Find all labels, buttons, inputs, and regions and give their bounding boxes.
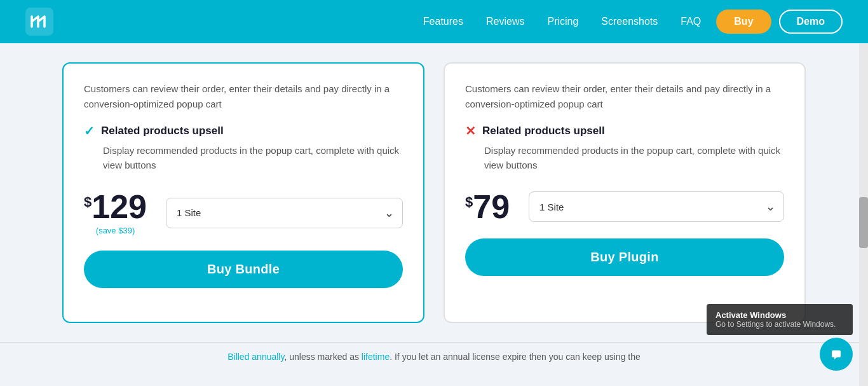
main-content: Customers can review their order, enter …	[0, 43, 868, 342]
logo[interactable]	[25, 8, 53, 36]
bundle-card: Customers can review their order, enter …	[62, 62, 424, 323]
plugin-feature: ✕ Related products upsell Display recomm…	[465, 123, 784, 172]
plugin-price-main: $ 79	[465, 190, 510, 223]
check-icon: ✓	[84, 123, 95, 139]
buy-button[interactable]: Buy	[716, 10, 771, 34]
bundle-price-main: $ 129	[84, 190, 147, 223]
footer-billed: Billed annually	[227, 352, 284, 362]
bundle-price-number: 129	[92, 190, 147, 223]
plugin-feature-title: Related products upsell	[482, 125, 605, 137]
demo-button[interactable]: Demo	[779, 10, 843, 34]
plugin-price-dollar: $	[465, 194, 473, 210]
nav-pricing[interactable]: Pricing	[547, 16, 578, 27]
buy-plugin-button[interactable]: Buy Plugin	[465, 238, 784, 276]
scrollbar[interactable]	[859, 0, 868, 386]
plugin-price-number: 79	[473, 190, 510, 223]
plugin-price-row: $ 79 1 Site 3 Sites 5 Sites Unlimited ⌄	[465, 190, 784, 223]
bundle-above-text: Customers can review their order, enter …	[84, 81, 403, 112]
plugin-feature-header: ✕ Related products upsell	[465, 123, 784, 139]
footer-lifetime-link[interactable]: lifetime	[362, 352, 390, 362]
nav-screenshots[interactable]: Screenshots	[601, 16, 658, 27]
footer-bar: Billed annually, unless marked as lifeti…	[0, 342, 868, 371]
plugin-feature-desc: Display recommended products in the popu…	[484, 144, 784, 172]
bundle-feature: ✓ Related products upsell Display recomm…	[84, 123, 403, 172]
footer-text: Billed annually, unless marked as lifeti…	[227, 352, 641, 362]
bundle-price-dollar: $	[84, 194, 92, 210]
bundle-price-block: $ 129 (save $39)	[84, 190, 147, 235]
buy-bundle-button[interactable]: Buy Bundle	[84, 251, 403, 288]
plugin-site-select[interactable]: 1 Site 3 Sites 5 Sites Unlimited	[529, 191, 784, 222]
bundle-select-wrapper: 1 Site 3 Sites 5 Sites Unlimited ⌄	[166, 198, 403, 228]
scrollbar-thumb[interactable]	[859, 197, 868, 248]
plugin-select-wrapper: 1 Site 3 Sites 5 Sites Unlimited ⌄	[529, 191, 784, 222]
navbar: Features Reviews Pricing Screenshots FAQ…	[0, 0, 868, 43]
plugin-card: Customers can review their order, enter …	[444, 62, 806, 323]
bundle-feature-header: ✓ Related products upsell	[84, 123, 403, 139]
bundle-price-row: $ 129 (save $39) 1 Site 3 Sites 5 Sites …	[84, 190, 403, 235]
bundle-feature-desc: Display recommended products in the popu…	[103, 144, 403, 172]
bundle-site-select[interactable]: 1 Site 3 Sites 5 Sites Unlimited	[166, 198, 403, 228]
plugin-above-text: Customers can review their order, enter …	[465, 81, 784, 112]
cross-icon: ✕	[465, 123, 476, 139]
nav-features[interactable]: Features	[423, 16, 463, 27]
nav-reviews[interactable]: Reviews	[486, 16, 524, 27]
nav-links: Features Reviews Pricing Screenshots FAQ	[423, 16, 701, 27]
chat-bubble[interactable]	[820, 338, 853, 371]
plugin-price-block: $ 79	[465, 190, 510, 223]
bundle-feature-title: Related products upsell	[101, 125, 224, 137]
bundle-price-save: (save $39)	[84, 226, 147, 235]
nav-faq[interactable]: FAQ	[681, 16, 701, 27]
